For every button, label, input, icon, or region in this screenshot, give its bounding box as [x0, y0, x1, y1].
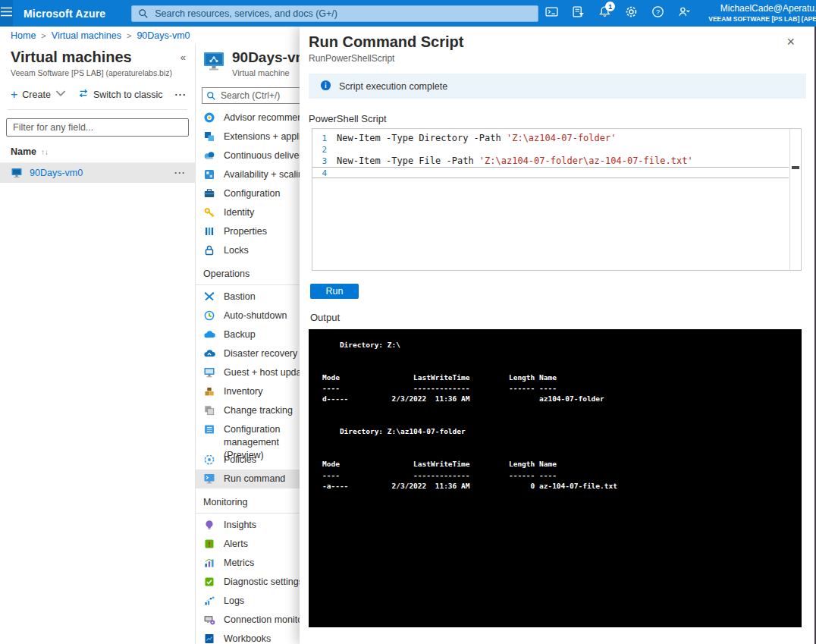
logs-icon: [203, 595, 215, 607]
swap-arrows-icon: [78, 88, 89, 101]
editor-line-1[interactable]: 1New-Item -Type Directory -Path 'Z:\az10…: [312, 133, 789, 144]
sidebar-item-properties[interactable]: Properties: [196, 222, 300, 241]
feedback-button[interactable]: [671, 0, 698, 27]
sidebar-item-bastion[interactable]: Bastion: [196, 287, 300, 306]
sidebar-item-configuration[interactable]: Configuration: [196, 184, 300, 203]
table-row[interactable]: 90Days-vm0···: [0, 163, 195, 183]
nav-section-header: Operations: [196, 260, 300, 284]
breadcrumb-link[interactable]: Home: [11, 30, 36, 41]
azure-brand-link[interactable]: Microsoft Azure: [24, 8, 105, 20]
code-text: New-Item -Type Directory -Path 'Z:\az104…: [337, 133, 616, 144]
sidebar-item-connection-monitor-classic[interactable]: Connection monitor (classic): [196, 611, 300, 630]
status-banner: Script execution complete: [309, 74, 806, 99]
sidebar-item-diagnostic-settings[interactable]: Diagnostic settings: [196, 573, 300, 592]
sidebar-item-advisor-recommendations[interactable]: Advisor recommendations: [196, 108, 300, 127]
sidebar-item-metrics[interactable]: Metrics: [196, 554, 300, 573]
sidebar-item-locks[interactable]: Locks: [196, 241, 300, 260]
run-command-icon: [203, 473, 215, 485]
panel-title: Run Command Script: [309, 33, 463, 51]
editor-scrollbar-thumb[interactable]: [792, 166, 799, 169]
panel-subtitle: RunPowerShellScript: [309, 53, 816, 64]
top-bar: Microsoft Azure 1? MichaelCade@Aperatu..…: [0, 0, 816, 27]
create-button[interactable]: + Create: [11, 88, 66, 101]
row-more-button[interactable]: ···: [174, 168, 186, 178]
sidebar-item-label: Alerts: [224, 539, 248, 549]
configuration-icon: [203, 187, 215, 199]
sidebar-item-label: Inventory: [224, 386, 262, 397]
code-text: New-Item -Type File -Path 'Z:\az104-07-f…: [337, 156, 693, 167]
auto-shutdown-icon: [203, 309, 215, 322]
diagnostic-settings-icon: [203, 576, 215, 588]
collapse-panel-button[interactable]: «: [180, 52, 186, 63]
switch-to-classic-button[interactable]: Switch to classic: [78, 88, 163, 101]
sidebar-item-availability-scaling[interactable]: Availability + scaling: [196, 165, 300, 184]
run-button[interactable]: Run: [310, 284, 359, 299]
plus-icon: +: [11, 89, 17, 101]
sidebar-item-label: Properties: [224, 226, 267, 237]
directory-filter-icon: [572, 5, 585, 21]
sidebar-item-alerts[interactable]: Alerts: [196, 535, 300, 554]
sidebar-item-label: Change tracking: [224, 405, 293, 416]
help-icon: ?: [651, 5, 664, 21]
sidebar-item-identity[interactable]: Identity: [196, 203, 300, 222]
vm-icon: [11, 167, 23, 179]
sidebar-item-configuration-management-preview[interactable]: Configuration management (Preview): [196, 420, 300, 451]
breadcrumb-link[interactable]: 90Days-vm0: [137, 30, 190, 41]
vm-blade-icon: [202, 50, 225, 73]
policies-icon: [203, 454, 215, 466]
sidebar-item-label: Bastion: [224, 291, 256, 302]
breadcrumb-separator: >: [127, 31, 131, 40]
account-menu[interactable]: MichaelCade@Aperatu... VEEAM SOFTWARE [P…: [708, 3, 816, 24]
sidebar-item-workbooks[interactable]: Workbooks: [196, 630, 300, 644]
sidebar-item-run-command[interactable]: Run command: [196, 470, 300, 488]
metrics-icon: [203, 557, 215, 569]
line-number: 3: [312, 156, 337, 167]
sidebar-item-label: Auto-shutdown: [224, 310, 287, 321]
directory-filter-button[interactable]: [565, 0, 592, 27]
sidebar-item-auto-shutdown[interactable]: Auto-shutdown: [196, 306, 300, 325]
sidebar-item-continuous-delivery[interactable]: Continuous delivery: [196, 146, 300, 165]
sidebar-item-logs[interactable]: Logs: [196, 592, 300, 611]
sidebar-item-label: Backup: [224, 329, 256, 340]
disaster-recovery-icon: [203, 347, 215, 360]
script-editor[interactable]: 1New-Item -Type Directory -Path 'Z:\az10…: [312, 128, 802, 271]
page-title: Virtual machines: [11, 49, 132, 66]
configuration-management-icon: [203, 423, 215, 435]
sidebar-item-label: Availability + scaling: [224, 169, 309, 180]
help-button[interactable]: ?: [645, 0, 671, 27]
vm-name-link[interactable]: 90Days-vm0: [30, 168, 174, 178]
sidebar-item-label: Run command: [224, 473, 285, 484]
name-column-header[interactable]: Name ↑↓: [0, 137, 195, 162]
notifications-bell-button[interactable]: 1: [592, 0, 618, 27]
notification-badge: 1: [605, 2, 615, 11]
editor-scrollbar[interactable]: [789, 129, 801, 270]
change-tracking-icon: [203, 404, 215, 416]
section-divider: [196, 513, 300, 514]
editor-line-2[interactable]: 2: [312, 144, 789, 156]
editor-line-3[interactable]: 3New-Item -Type File -Path 'Z:\az104-07-…: [312, 156, 789, 167]
settings-gear-button[interactable]: [618, 0, 645, 27]
cloud-shell-button[interactable]: [538, 0, 565, 27]
hamburger-menu-button[interactable]: [0, 0, 13, 27]
sidebar-item-label: Locks: [224, 245, 249, 256]
filter-input[interactable]: [6, 118, 189, 137]
sidebar-item-inventory[interactable]: Inventory: [196, 382, 300, 401]
create-label: Create: [22, 90, 51, 100]
inventory-icon: [203, 385, 215, 397]
directory-subtitle: Veeam Software [PS LAB] (aperaturelabs.b…: [0, 66, 195, 77]
editor-line-4[interactable]: 4: [312, 167, 789, 178]
global-search-input[interactable]: [131, 5, 538, 22]
blade-search-input[interactable]: [202, 87, 304, 104]
line-number: 2: [312, 144, 337, 156]
close-icon[interactable]: ×: [783, 33, 798, 50]
sidebar-item-backup[interactable]: Backup: [196, 325, 300, 344]
sidebar-item-disaster-recovery[interactable]: Disaster recovery: [196, 344, 300, 363]
sidebar-item-change-tracking[interactable]: Change tracking: [196, 401, 300, 420]
more-actions-button[interactable]: ···: [175, 90, 187, 100]
info-icon: [320, 80, 331, 93]
identity-key-icon: [203, 206, 215, 218]
sidebar-item-insights[interactable]: Insights: [196, 516, 300, 535]
sidebar-item-guest-host-updates[interactable]: Guest + host updates: [196, 363, 300, 382]
breadcrumb-link[interactable]: Virtual machines: [52, 30, 121, 41]
sidebar-item-extensions-applications[interactable]: Extensions + applications: [196, 127, 300, 146]
